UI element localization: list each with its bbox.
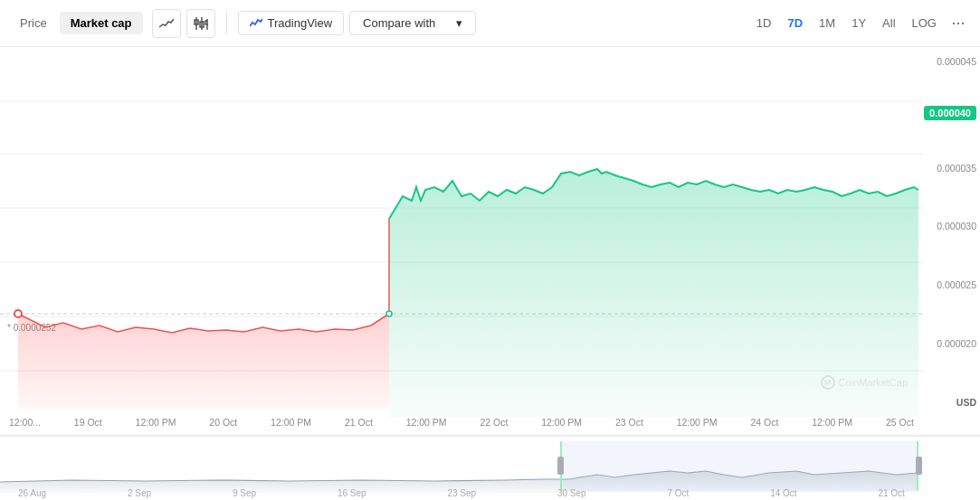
svg-rect-18 <box>561 441 918 491</box>
main-chart-area: * 0.0000252 <box>0 47 980 436</box>
y-axis: 0.000045 0.000040 0.000035 0.000030 0.00… <box>923 47 980 435</box>
time-1m[interactable]: 1M <box>812 12 842 34</box>
watermark-text: CoinMarketCap <box>839 377 908 388</box>
time-all[interactable]: All <box>875 12 902 34</box>
tab-price[interactable]: Price <box>9 12 58 34</box>
nav-x-3: 16 Sep <box>338 488 366 498</box>
x-label-8: 12:00 PM <box>541 417 582 428</box>
x-label-12: 12:00 PM <box>812 417 852 428</box>
x-label-5: 21 Oct <box>345 417 373 428</box>
candle-chart-icon[interactable] <box>186 9 215 38</box>
compare-label: Compare with <box>363 16 435 30</box>
current-price-badge: 0.000040 <box>924 106 976 120</box>
svg-rect-22 <box>916 457 922 475</box>
tradingview-button[interactable]: TradingView <box>238 11 345 35</box>
nav-x-2: 9 Sep <box>233 488 256 498</box>
svg-point-16 <box>14 310 22 317</box>
toolbar: Price Market cap TradingView Compare wit… <box>0 0 980 47</box>
x-label-3: 20 Oct <box>209 417 237 428</box>
nav-x-5: 30 Sep <box>557 488 586 498</box>
chart-svg-container <box>0 47 923 435</box>
tab-marketcap[interactable]: Market cap <box>60 12 143 34</box>
x-label-9: 23 Oct <box>615 417 643 428</box>
x-label-2: 12:00 PM <box>136 417 176 428</box>
time-1y[interactable]: 1Y <box>844 12 873 34</box>
usd-label: USD <box>927 397 976 408</box>
nav-x-1: 2 Sep <box>128 488 151 498</box>
time-1d[interactable]: 1D <box>749 12 779 34</box>
coinmarketcap-logo: M <box>821 375 835 390</box>
x-axis: 12:00... 19 Oct 12:00 PM 20 Oct 12:00 PM… <box>0 410 923 435</box>
nav-x-0: 26 Aug <box>18 488 46 498</box>
svg-point-17 <box>386 311 392 316</box>
x-label-11: 24 Oct <box>750 417 778 428</box>
line-chart-icon[interactable] <box>152 9 181 38</box>
svg-rect-21 <box>557 457 564 475</box>
y-label-5: 0.000025 <box>927 279 976 290</box>
watermark: M CoinMarketCap <box>821 375 908 390</box>
compare-button[interactable]: Compare with ▾ <box>349 11 476 35</box>
tradingview-label: TradingView <box>268 16 333 30</box>
x-label-6: 12:00 PM <box>406 417 447 428</box>
nav-x-7: 14 Oct <box>770 488 796 498</box>
time-7d[interactable]: 7D <box>780 12 810 34</box>
navigator-x-axis: 26 Aug 2 Sep 9 Sep 16 Sep 23 Sep 30 Sep … <box>0 488 923 498</box>
y-label-6: 0.000020 <box>927 338 976 349</box>
nav-x-8: 21 Oct <box>878 488 904 498</box>
y-label-4: 0.000030 <box>927 221 976 231</box>
divider <box>226 13 227 34</box>
chart-navigator[interactable]: 26 Aug 2 Sep 9 Sep 16 Sep 23 Sep 30 Sep … <box>0 436 980 500</box>
log-button[interactable]: LOG <box>905 12 944 34</box>
x-label-10: 12:00 PM <box>677 417 718 428</box>
y-label-3: 0.000035 <box>927 163 976 174</box>
chart-type-tabs: Price Market cap <box>9 12 143 34</box>
x-label-7: 22 Oct <box>480 417 508 428</box>
chevron-down-icon: ▾ <box>456 16 462 30</box>
nav-x-4: 23 Sep <box>447 488 476 498</box>
x-label-1: 19 Oct <box>74 417 102 428</box>
x-label-0: 12:00... <box>9 417 41 428</box>
nav-x-6: 7 Oct <box>667 488 689 498</box>
y-label-1: 0.000045 <box>927 56 976 67</box>
time-range-group: 1D 7D 1M 1Y All LOG ··· <box>749 11 971 36</box>
x-label-4: 12:00 PM <box>271 417 311 428</box>
more-options-button[interactable]: ··· <box>946 11 971 36</box>
x-label-13: 25 Oct <box>886 417 914 428</box>
